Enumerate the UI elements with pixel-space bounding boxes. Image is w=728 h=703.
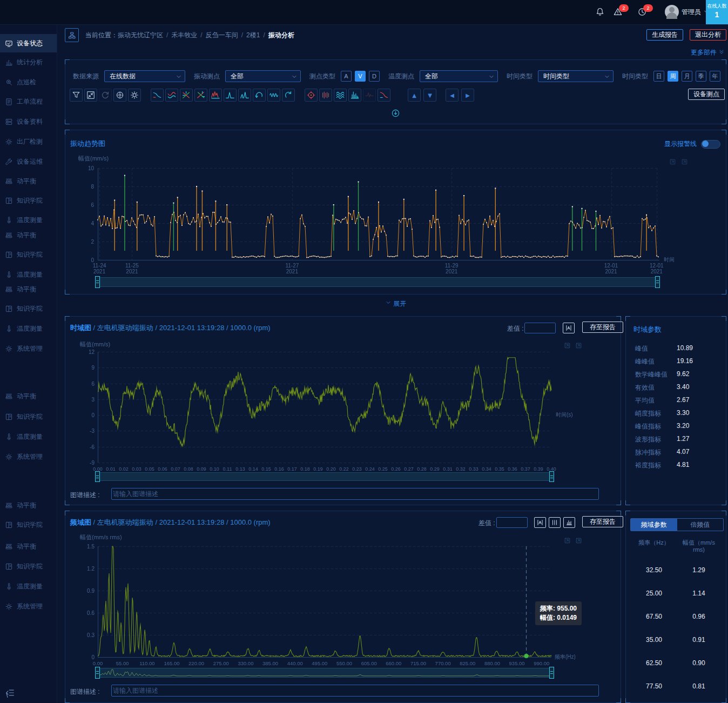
exit-analysis-button[interactable]: 退出分析 <box>690 29 726 41</box>
freq-domain-chart-canvas[interactable] <box>79 533 587 672</box>
trend-range-slider[interactable] <box>97 277 658 287</box>
sidebar-item-点巡检[interactable]: 点巡检 <box>0 74 57 90</box>
breadcrumb-item[interactable]: 振动分析 <box>268 31 294 39</box>
breadcrumb-item[interactable]: 2楼1 <box>246 31 260 39</box>
sidebar-item-温度测量[interactable]: 温度测量 <box>0 266 57 283</box>
time-range-seg-option-月[interactable]: 月 <box>682 71 692 82</box>
sidebar-item-系统管理[interactable]: 系统管理 <box>0 598 57 614</box>
chart-down-button[interactable]: ▼ <box>423 89 436 102</box>
sidebar-item-温度测量[interactable]: 温度测量 <box>0 212 57 228</box>
cursor-marker-button[interactable] <box>534 517 546 528</box>
sidebar-item-系统管理[interactable]: 系统管理 <box>0 448 57 465</box>
sidebar-item-设备运维[interactable]: 设备运维 <box>0 153 57 170</box>
sidebar-item-设备资料[interactable]: 设备资料 <box>0 113 57 130</box>
replay-button[interactable] <box>282 89 295 102</box>
time-range-seg-option-季[interactable]: 季 <box>696 71 706 82</box>
time-domain-chart-canvas[interactable] <box>79 341 587 476</box>
sidebar-item-知识学院[interactable]: 知识学院 <box>0 517 57 533</box>
sidebar-item-知识学院[interactable]: 知识学院 <box>0 192 57 209</box>
slider-handle-right[interactable] <box>549 667 554 679</box>
chart-prev-button[interactable]: ◀ <box>446 89 459 102</box>
waveform-button[interactable] <box>267 89 280 102</box>
save-report-button[interactable]: 存至报告 <box>582 516 623 527</box>
sidebar-item-知识学院[interactable]: 知识学院 <box>0 246 57 263</box>
sidebar-item-知识学院[interactable]: 知识学院 <box>0 409 57 425</box>
spectrum-desc-input[interactable] <box>111 685 599 697</box>
waterfall-button[interactable] <box>334 89 347 102</box>
trend-slope-button[interactable] <box>378 89 390 102</box>
filter-button[interactable] <box>70 89 83 102</box>
harmonic-cursor-button[interactable] <box>549 517 561 528</box>
temperature-point-select[interactable]: 全部 <box>420 70 498 82</box>
time-range-seg-option-年[interactable]: 年 <box>710 71 720 82</box>
scatter-cross-button[interactable] <box>180 89 193 102</box>
history-button[interactable]: 2 <box>637 7 647 18</box>
data-source-select[interactable]: 在线数据 <box>104 70 185 82</box>
sidebar-item-动平衡[interactable]: 动平衡 <box>0 538 57 554</box>
device-tree-button[interactable] <box>65 28 79 42</box>
spectrum-desc-input[interactable] <box>111 488 599 500</box>
time-range-seg-option-日[interactable]: 日 <box>653 71 664 82</box>
point-type-seg-option-D[interactable]: D <box>369 71 380 82</box>
alarm-line-toggle[interactable] <box>701 140 720 149</box>
collapse-filter-button[interactable] <box>391 109 400 119</box>
bode-curve-button[interactable] <box>151 89 164 102</box>
spectrum-bars-button[interactable] <box>348 89 361 102</box>
slider-handle-left[interactable] <box>95 667 100 679</box>
trend-chart-canvas[interactable] <box>65 152 727 275</box>
tab-倍频值[interactable]: 倍频值 <box>677 519 724 531</box>
orbit-button[interactable] <box>305 89 318 102</box>
point-type-seg-option-A[interactable]: A <box>341 71 352 82</box>
freq-range-slider[interactable] <box>97 668 552 678</box>
sidebar-item-动平衡[interactable]: 动平衡 <box>0 497 57 513</box>
cascade-peaks-button[interactable] <box>209 89 222 102</box>
sidebar-item-出厂检测[interactable]: 出厂检测 <box>0 133 57 150</box>
sidebar-item-动平衡[interactable]: 动平衡 <box>0 173 57 189</box>
sidebar-item-知识学院[interactable]: 知识学院 <box>0 558 57 574</box>
point-type-seg-option-V[interactable]: V <box>355 71 366 82</box>
chart-next-button[interactable]: ▶ <box>461 89 474 102</box>
gear-button[interactable] <box>128 89 141 102</box>
breadcrumb-item[interactable]: 反刍一车间 <box>206 31 238 39</box>
avatar[interactable] <box>665 5 679 19</box>
notifications-button[interactable] <box>595 7 605 18</box>
wave-rotate-button[interactable] <box>253 89 266 102</box>
hub-button[interactable] <box>113 89 126 102</box>
sidebar-item-设备状态[interactable]: 设备状态 <box>0 34 57 52</box>
sidebar-item-动平衡[interactable]: 动平衡 <box>0 388 57 404</box>
save-report-button[interactable]: 存至报告 <box>582 322 623 333</box>
tab-频域参数[interactable]: 频域参数 <box>631 519 677 531</box>
expand-toggle[interactable]: 展开 <box>65 299 726 309</box>
diff-input[interactable] <box>524 323 556 333</box>
sidebar-collapse-button[interactable] <box>5 688 15 699</box>
chart-up-button[interactable]: ▲ <box>408 89 421 102</box>
sidebar-item-温度测量[interactable]: 温度测量 <box>0 320 57 337</box>
user-menu[interactable]: 管理员 <box>682 8 709 17</box>
slider-handle-left[interactable] <box>95 471 100 482</box>
sidebar-item-动平衡[interactable]: 动平衡 <box>0 281 57 297</box>
sidebar-item-工单流程[interactable]: 工单流程 <box>0 93 57 110</box>
sidebar-item-系统管理[interactable]: 系统管理 <box>0 340 57 357</box>
sidebar-item-温度测量[interactable]: 温度测量 <box>0 429 57 445</box>
sidebar-item-动平衡[interactable]: 动平衡 <box>0 227 57 243</box>
double-peak-spectrum-button[interactable] <box>238 89 251 102</box>
breadcrumb-item[interactable]: 禾丰牧业 <box>171 31 197 39</box>
scatter-cross-alt-button[interactable] <box>194 89 207 102</box>
sidebar-item-知识学院[interactable]: 知识学院 <box>0 300 57 317</box>
pulse-button[interactable] <box>363 89 376 102</box>
alarms-button[interactable]: 2 <box>613 7 623 18</box>
time-range-seg-option-周[interactable]: 周 <box>668 71 678 82</box>
generate-report-button[interactable]: 生成报告 <box>646 29 683 41</box>
time-range-slider[interactable] <box>97 472 552 481</box>
single-peak-spectrum-button[interactable] <box>224 89 237 102</box>
refresh-button[interactable] <box>99 89 112 102</box>
vibration-point-select[interactable]: 全部 <box>225 70 301 82</box>
sidebar-item-温度测量[interactable]: 温度测量 <box>0 578 57 594</box>
sideband-cursor-button[interactable] <box>563 517 575 528</box>
envelope-wave-button[interactable] <box>165 89 178 102</box>
sidebar-item-统计分析[interactable]: 统计分析 <box>0 54 57 70</box>
band-lines-button[interactable] <box>319 89 332 102</box>
slider-handle-left[interactable] <box>95 276 100 288</box>
breadcrumb-item[interactable]: 振动无忧辽宁区 <box>118 31 163 39</box>
time-type-select[interactable]: 时间类型 <box>538 70 614 82</box>
